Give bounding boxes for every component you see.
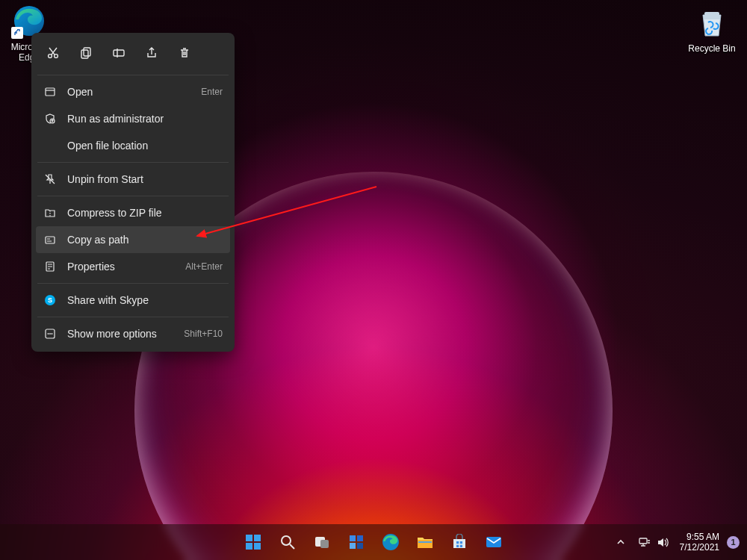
menu-item-label: Show more options	[67, 328, 173, 340]
svg-rect-19	[246, 535, 252, 541]
search-icon	[279, 534, 296, 550]
context-menu-iconbar	[36, 37, 230, 72]
svg-rect-29	[357, 543, 363, 549]
svg-rect-6	[114, 50, 124, 56]
copypath-icon	[43, 233, 57, 246]
separator	[37, 283, 229, 284]
delete-icon	[178, 46, 191, 60]
taskview-icon	[314, 534, 330, 550]
taskview-button[interactable]	[307, 527, 337, 557]
volume-icon	[657, 536, 669, 549]
shortcut-overlay-icon	[11, 27, 23, 39]
svg-rect-20	[254, 535, 261, 541]
chevron-up-icon	[616, 537, 626, 547]
svg-point-17	[52, 333, 53, 335]
svg-rect-36	[486, 537, 501, 547]
menu-item-copy-as-path[interactable]: Copy as path	[36, 226, 230, 253]
share-button[interactable]	[139, 42, 164, 64]
notification-badge[interactable]: 1	[727, 536, 740, 549]
menu-item-show-more-options[interactable]: Show more optionsShift+F10	[36, 320, 230, 347]
svg-rect-33	[460, 541, 462, 544]
more-icon	[43, 327, 57, 340]
menu-item-label: Open	[67, 86, 190, 98]
svg-rect-1	[704, 12, 719, 16]
svg-rect-7	[46, 88, 55, 96]
recycle-bin-icon	[695, 6, 728, 39]
separator	[37, 317, 229, 317]
menu-item-hotkey: Enter	[201, 87, 223, 97]
tray-icons[interactable]	[638, 536, 669, 549]
folder-icon	[416, 533, 434, 551]
menu-item-label: Open file location	[67, 140, 223, 152]
start-button[interactable]	[238, 527, 268, 557]
menu-item-run-as-administrator[interactable]: Run as administrator	[36, 105, 230, 132]
menu-item-properties[interactable]: PropertiesAlt+Enter	[36, 253, 230, 280]
copy-icon	[79, 46, 93, 60]
mail-button[interactable]	[479, 527, 509, 557]
svg-rect-37	[639, 538, 647, 544]
svg-point-2	[49, 55, 52, 58]
svg-rect-25	[320, 540, 329, 548]
store-button[interactable]	[444, 527, 474, 557]
edge-taskbar-button[interactable]	[376, 527, 406, 557]
admin-icon	[43, 112, 57, 125]
svg-rect-31	[418, 541, 432, 543]
clock[interactable]: 9:55 AM 7/12/2021	[680, 532, 719, 553]
widgets-icon	[348, 534, 365, 550]
desktop-icon-label: Recycle Bin	[683, 43, 741, 54]
separator	[37, 75, 229, 75]
cut-icon	[46, 46, 60, 60]
svg-rect-21	[246, 543, 252, 550]
menu-item-hotkey: Alt+Enter	[185, 261, 223, 272]
svg-rect-32	[456, 541, 459, 544]
menu-item-label: Compress to ZIP file	[67, 207, 223, 219]
menu-item-label: Properties	[67, 261, 175, 273]
open-icon	[43, 85, 57, 99]
explorer-button[interactable]	[410, 527, 440, 557]
zip-icon	[43, 206, 57, 220]
rename-button[interactable]	[106, 42, 131, 64]
unpin-icon	[43, 172, 57, 186]
edge-icon	[382, 533, 400, 551]
separator	[37, 196, 229, 196]
date-text: 7/12/2021	[680, 542, 719, 553]
svg-rect-5	[84, 48, 90, 56]
menu-item-hotkey: Shift+F10	[184, 329, 223, 339]
delete-button[interactable]	[172, 42, 197, 64]
menu-item-open-file-location[interactable]: Open file location	[36, 132, 230, 159]
tray-chevron-button[interactable]	[611, 527, 630, 557]
desktop-icon-recycle[interactable]: Recycle Bin	[683, 4, 741, 54]
mail-icon	[485, 533, 503, 551]
svg-point-16	[49, 333, 51, 335]
menu-item-compress-to-zip-file[interactable]: Compress to ZIP file	[36, 199, 230, 226]
network-icon	[638, 536, 651, 549]
svg-rect-34	[456, 545, 459, 547]
separator	[37, 162, 229, 163]
menu-item-unpin-from-start[interactable]: Unpin from Start	[36, 166, 230, 193]
svg-text:S: S	[48, 296, 52, 304]
svg-point-15	[48, 333, 49, 335]
context-menu: OpenEnterRun as administratorOpen file l…	[31, 33, 235, 352]
svg-rect-26	[350, 535, 356, 541]
widgets-button[interactable]	[341, 527, 371, 557]
store-icon	[451, 534, 468, 550]
svg-rect-35	[460, 545, 462, 547]
svg-rect-28	[350, 543, 356, 549]
menu-item-label: Unpin from Start	[67, 173, 223, 185]
properties-icon	[43, 260, 57, 273]
search-button[interactable]	[273, 527, 303, 557]
menu-item-label: Share with Skype	[67, 294, 223, 306]
svg-rect-22	[254, 543, 261, 550]
windows-icon	[245, 534, 261, 550]
menu-item-share-with-skype[interactable]: SShare with Skype	[36, 287, 230, 314]
cut-button[interactable]	[40, 42, 66, 64]
taskbar-center	[238, 527, 509, 557]
copy-button[interactable]	[73, 42, 99, 64]
menu-item-label: Copy as path	[67, 234, 223, 246]
svg-rect-27	[357, 535, 363, 541]
menu-item-open[interactable]: OpenEnter	[36, 78, 230, 105]
svg-point-23	[282, 536, 291, 545]
notification-count: 1	[731, 538, 735, 547]
svg-rect-10	[46, 237, 55, 243]
menu-item-label: Run as administrator	[67, 113, 223, 125]
